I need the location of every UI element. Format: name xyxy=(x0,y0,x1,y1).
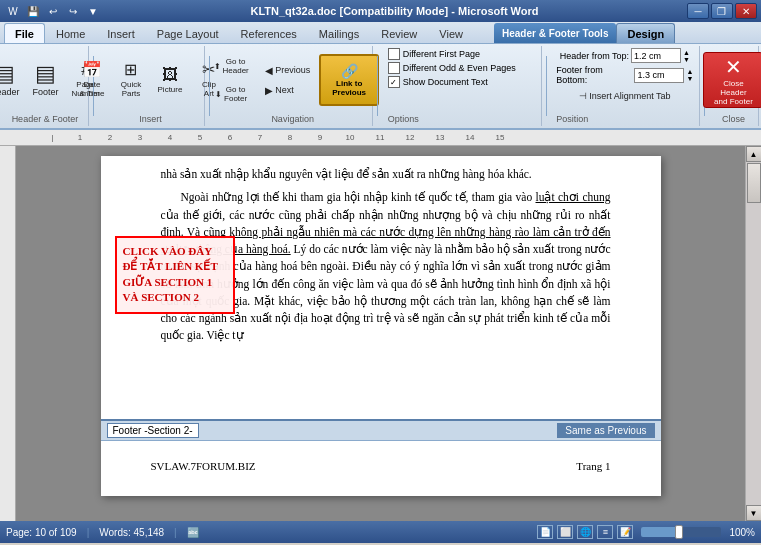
annotation-box[interactable]: CLICK VÀO ĐÂY ĐỂ TẮT LIÊN KẾT GIỮA SECTI… xyxy=(115,236,235,314)
footer-left-text: SVLAW.7FORUM.BIZ xyxy=(151,460,256,472)
word-count: Words: 45,148 xyxy=(99,527,164,538)
scroll-up-button[interactable]: ▲ xyxy=(746,146,762,162)
footer-spinner-down[interactable]: ▼ xyxy=(686,75,693,82)
redo-btn[interactable]: ↪ xyxy=(64,3,82,19)
qat-more-btn[interactable]: ▼ xyxy=(84,3,102,19)
insert-alignment-tab-button[interactable]: ⊣ Insert Alignment Tab xyxy=(574,87,675,105)
footer-spinner-up[interactable]: ▲ xyxy=(686,68,693,75)
scroll-down-button[interactable]: ▼ xyxy=(746,505,762,521)
date-time-icon: 📅 xyxy=(82,62,102,78)
different-first-page-box[interactable] xyxy=(388,48,400,60)
undo-btn[interactable]: ↩ xyxy=(44,3,62,19)
header-label: Header xyxy=(0,87,19,97)
footer-from-bottom-row: Footer from Bottom: ▲ ▼ xyxy=(556,65,693,85)
annotation-text: CLICK VÀO ĐÂY ĐỂ TẮT LIÊN KẾT GIỮA SECTI… xyxy=(123,245,218,303)
zoom-level: 100% xyxy=(729,527,755,538)
document-area: CLICK VÀO ĐÂY ĐỂ TẮT LIÊN KẾT GIỮA SECTI… xyxy=(0,146,761,521)
ruler-14: 14 xyxy=(455,133,485,142)
next-icon: ▶ xyxy=(265,85,273,96)
header-from-top-spinner[interactable]: ▲ ▼ xyxy=(683,49,690,63)
ribbon-group-navigation: ⬆ Go toHeader ⬇ Go toFooter ◀ Previous ▶… xyxy=(213,46,373,126)
outline-btn[interactable]: ≡ xyxy=(597,525,613,539)
title-bar: W 💾 ↩ ↪ ▼ KLTN_qt32a.doc [Compatibility … xyxy=(0,0,761,22)
close-header-footer-button[interactable]: ✕ Close Headerand Footer xyxy=(703,52,761,108)
header-from-top-label: Header from Top: xyxy=(560,51,629,61)
scroll-thumb[interactable] xyxy=(747,163,761,203)
zoom-fill xyxy=(641,527,677,537)
header-from-top-row: Header from Top: ▲ ▼ xyxy=(560,48,690,63)
header-spinner-down[interactable]: ▼ xyxy=(683,56,690,63)
tab-pagelayout[interactable]: Page Layout xyxy=(146,23,230,43)
link-to-previous-button[interactable]: 🔗 Link to Previous xyxy=(319,54,379,106)
horizontal-ruler: | 1 2 3 4 5 6 7 8 9 10 11 12 13 14 15 xyxy=(0,130,761,146)
scroll-track[interactable] xyxy=(746,162,762,505)
tab-mailings[interactable]: Mailings xyxy=(308,23,370,43)
zoom-slider[interactable] xyxy=(641,527,721,537)
full-screen-btn[interactable]: ⬜ xyxy=(557,525,573,539)
zoom-handle[interactable] xyxy=(675,525,683,539)
show-doc-text-label: Show Document Text xyxy=(403,77,488,87)
different-first-page-checkbox[interactable]: Different First Page xyxy=(388,48,480,60)
print-layout-btn[interactable]: 📄 xyxy=(537,525,553,539)
tab-insert[interactable]: Insert xyxy=(96,23,146,43)
minimize-button[interactable]: ─ xyxy=(687,3,709,19)
document-scroll-area[interactable]: CLICK VÀO ĐÂY ĐỂ TẮT LIÊN KẾT GIỮA SECTI… xyxy=(16,146,745,521)
show-doc-text-box[interactable]: ✓ xyxy=(388,76,400,88)
draft-btn[interactable]: 📝 xyxy=(617,525,633,539)
close-button[interactable]: ✕ xyxy=(735,3,757,19)
picture-icon: 🖼 xyxy=(162,67,178,83)
different-odd-even-label: Different Odd & Even Pages xyxy=(403,63,516,73)
header-spinner-up[interactable]: ▲ xyxy=(683,49,690,56)
window-title: KLTN_qt32a.doc [Compatibility Mode] - Mi… xyxy=(250,5,538,17)
tab-review[interactable]: Review xyxy=(370,23,428,43)
different-odd-even-box[interactable] xyxy=(388,62,400,74)
ruler-1: 1 xyxy=(65,133,95,142)
web-layout-btn[interactable]: 🌐 xyxy=(577,525,593,539)
date-time-label: Date& Time xyxy=(80,80,105,98)
ruler-2: 2 xyxy=(95,133,125,142)
same-as-previous-badge[interactable]: Same as Previous xyxy=(557,423,654,438)
ribbon-group-insert: 📅 Date& Time ⊞ QuickParts 🖼 Picture ✂ Cl… xyxy=(97,46,204,126)
footer-right-text: Trang 1 xyxy=(576,460,610,472)
status-sep-2: | xyxy=(174,527,177,538)
word-icon: W xyxy=(4,3,22,19)
footer-button[interactable]: ▤ Footer xyxy=(27,52,63,108)
restore-button[interactable]: ❐ xyxy=(711,3,733,19)
header-icon: ▤ xyxy=(0,63,15,85)
show-doc-text-checkbox[interactable]: ✓ Show Document Text xyxy=(388,76,488,88)
next-label: Next xyxy=(275,85,294,95)
status-sep-1: | xyxy=(87,527,90,538)
quick-parts-button[interactable]: ⊞ QuickParts xyxy=(113,52,149,108)
underline-text-1: luật chơi chung xyxy=(536,191,611,203)
different-odd-even-checkbox[interactable]: Different Odd & Even Pages xyxy=(388,62,516,74)
ruler-8: 8 xyxy=(275,133,305,142)
different-first-page-label: Different First Page xyxy=(403,49,480,59)
header-from-top-input[interactable] xyxy=(631,48,681,63)
quick-parts-label: QuickParts xyxy=(121,80,141,98)
tab-home[interactable]: Home xyxy=(45,23,96,43)
header-button[interactable]: ▤ Header xyxy=(0,52,24,108)
status-bar: Page: 10 of 109 | Words: 45,148 | 🔤 📄 ⬜ … xyxy=(0,521,761,543)
save-btn[interactable]: 💾 xyxy=(24,3,42,19)
next-button[interactable]: ▶ Next xyxy=(260,81,315,99)
ruler-3: 3 xyxy=(125,133,155,142)
vertical-scrollbar[interactable]: ▲ ▼ xyxy=(745,146,761,521)
tab-view[interactable]: View xyxy=(428,23,474,43)
tab-design[interactable]: Design xyxy=(616,23,675,43)
footer-from-bottom-spinner[interactable]: ▲ ▼ xyxy=(686,68,693,82)
tab-file[interactable]: File xyxy=(4,23,45,43)
date-time-button[interactable]: 📅 Date& Time xyxy=(74,52,110,108)
go-to-header-button[interactable]: ⬆ Go toHeader xyxy=(206,53,256,79)
footer-section-label: Footer -Section 2- xyxy=(107,423,199,438)
tab-references[interactable]: References xyxy=(230,23,308,43)
go-to-header-icon: ⬆ xyxy=(214,62,221,71)
go-to-footer-button[interactable]: ⬇ Go toFooter xyxy=(206,81,256,107)
ruler-13: 13 xyxy=(425,133,455,142)
picture-button[interactable]: 🖼 Picture xyxy=(152,52,188,108)
previous-button[interactable]: ◀ Previous xyxy=(260,61,315,79)
ribbon-group-options: Different First Page Different Odd & Eve… xyxy=(382,46,542,126)
ruler-5: 5 xyxy=(185,133,215,142)
footer-from-bottom-input[interactable] xyxy=(634,68,684,83)
headerfooter-group-label: Header & Footer xyxy=(12,112,79,124)
ruler-4: 4 xyxy=(155,133,185,142)
